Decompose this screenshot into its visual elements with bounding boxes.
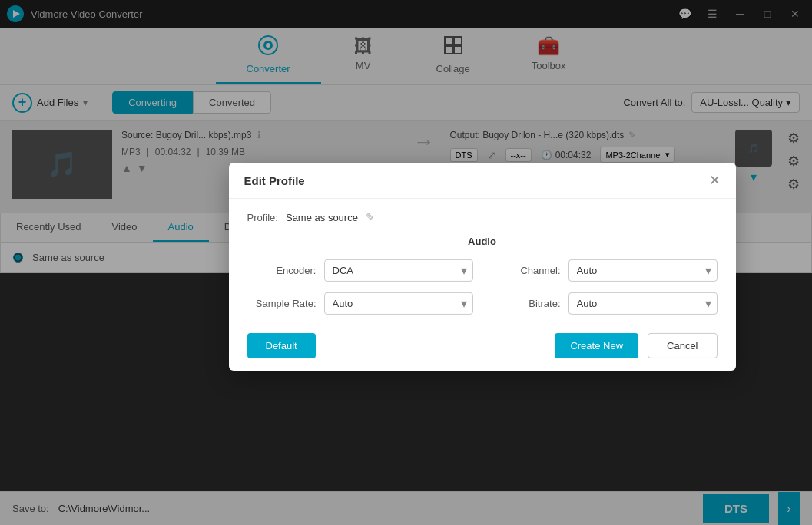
sample-rate-select[interactable]: Auto 44100 Hz 48000 Hz [324,292,473,315]
create-new-button[interactable]: Create New [555,333,638,358]
encoder-select-wrapper: DCA AAC MP3 FLAC [324,259,473,282]
bitrate-select[interactable]: Auto 128 kbps 192 kbps 320 kbps [568,292,718,315]
edit-profile-dialog: Edit Profile ✕ Profile: Same as source ✎… [229,163,736,371]
channel-field: Channel: Auto Stereo Mono [492,259,718,282]
sample-rate-select-wrapper: Auto 44100 Hz 48000 Hz [324,292,473,315]
sample-rate-label: Sample Rate: [247,298,317,309]
profile-value: Same as source [286,211,358,223]
channel-select[interactable]: Auto Stereo Mono [568,259,718,282]
encoder-label: Encoder: [247,265,317,276]
dialog-body: Profile: Same as source ✎ Audio Encoder:… [229,199,736,327]
encoder-select[interactable]: DCA AAC MP3 FLAC [324,259,473,282]
bitrate-select-wrapper: Auto 128 kbps 192 kbps 320 kbps [568,292,718,315]
profile-label: Profile: [247,211,278,223]
dialog-footer: Default Create New Cancel [229,327,736,358]
channel-label: Channel: [492,265,561,276]
encoder-field: Encoder: DCA AAC MP3 FLAC [247,259,473,282]
bitrate-field: Bitrate: Auto 128 kbps 192 kbps 320 kbps [492,292,718,315]
bitrate-label: Bitrate: [492,298,561,309]
profile-row: Profile: Same as source ✎ [247,211,718,223]
cancel-button[interactable]: Cancel [648,333,717,358]
channel-select-wrapper: Auto Stereo Mono [568,259,718,282]
default-button[interactable]: Default [247,333,316,358]
dialog-title: Edit Profile [244,173,305,187]
form-grid: Encoder: DCA AAC MP3 FLAC Channel: Auto [247,259,718,315]
profile-edit-icon[interactable]: ✎ [366,211,375,223]
dialog-close-button[interactable]: ✕ [709,173,721,187]
sample-rate-field: Sample Rate: Auto 44100 Hz 48000 Hz [247,292,473,315]
dialog-header: Edit Profile ✕ [229,163,736,199]
section-title: Audio [247,236,718,247]
